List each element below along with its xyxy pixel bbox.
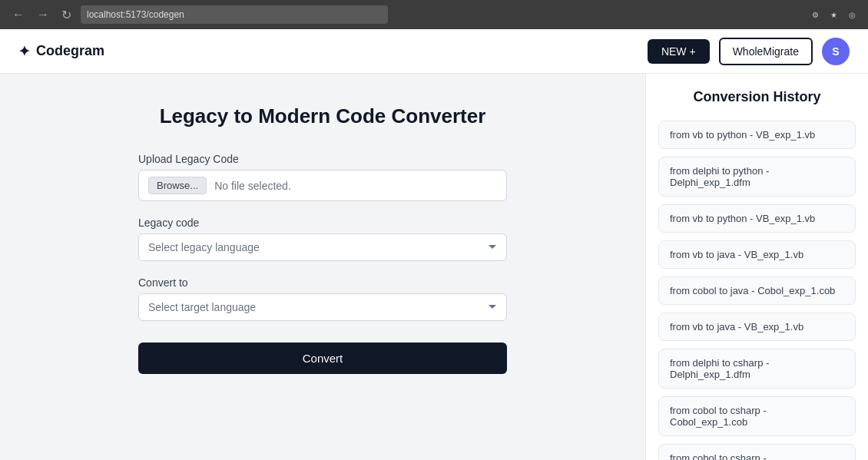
browser-forward-button[interactable]: → bbox=[34, 6, 52, 23]
history-item[interactable]: from vb to java - VB_exp_1.vb bbox=[658, 313, 856, 341]
browser-extension-icon-1: ⚙ bbox=[808, 8, 822, 22]
history-title: Conversion History bbox=[658, 89, 856, 105]
app-wrapper: ✦ Codegram NEW + WholeMigrate S Legacy t… bbox=[0, 29, 868, 460]
new-button[interactable]: NEW + bbox=[648, 39, 710, 64]
legacy-code-form-group: Legacy code Select legacy language VB (V… bbox=[138, 217, 507, 261]
history-list: from vb to python - VB_exp_1.vbfrom delp… bbox=[658, 121, 856, 460]
browser-address-text: localhost:5173/codegen bbox=[87, 9, 184, 20]
history-item[interactable]: from vb to python - VB_exp_1.vb bbox=[658, 121, 856, 149]
converter-title: Legacy to Modern Code Converter bbox=[138, 104, 507, 128]
browser-address-bar: localhost:5173/codegen bbox=[81, 5, 388, 24]
user-avatar[interactable]: S bbox=[822, 38, 850, 65]
navbar: ✦ Codegram NEW + WholeMigrate S bbox=[0, 29, 868, 74]
upload-form-group: Upload Legacy Code Browse... No file sel… bbox=[138, 153, 507, 201]
history-item[interactable]: from cobol to java - Cobol_exp_1.cob bbox=[658, 276, 856, 305]
brand-name: Codegram bbox=[36, 43, 104, 59]
history-item[interactable]: from delphi to csharp - Delphi_exp_1.dfm bbox=[658, 349, 856, 389]
history-item[interactable]: from delphi to python - Delphi_exp_1.dfm bbox=[658, 157, 856, 197]
converter-card: Legacy to Modern Code Converter Upload L… bbox=[138, 104, 507, 374]
browser-extension-icon-3: ◎ bbox=[845, 8, 859, 22]
browser-chrome: ← → ↻ localhost:5173/codegen ⚙ ★ ◎ bbox=[0, 0, 868, 29]
history-item[interactable]: from cobol to csharp - Cobol_exp_1.cob bbox=[658, 396, 856, 436]
file-placeholder-text: No file selected. bbox=[214, 180, 291, 192]
file-browse-button[interactable]: Browse... bbox=[148, 177, 207, 194]
file-input-wrapper[interactable]: Browse... No file selected. bbox=[138, 170, 507, 201]
convert-to-label: Convert to bbox=[138, 276, 507, 289]
browser-back-button[interactable]: ← bbox=[9, 6, 28, 23]
wholemigrate-button[interactable]: WholeMigrate bbox=[719, 38, 813, 65]
convert-to-form-group: Convert to Select target language Python… bbox=[138, 276, 507, 321]
browser-right-icons: ⚙ ★ ◎ bbox=[808, 8, 859, 22]
convert-button[interactable]: Convert bbox=[138, 343, 507, 374]
center-panel: Legacy to Modern Code Converter Upload L… bbox=[0, 74, 645, 460]
legacy-code-label: Legacy code bbox=[138, 217, 507, 229]
history-item[interactable]: from vb to python - VB_exp_1.vb bbox=[658, 204, 856, 233]
history-panel: Conversion History from vb to python - V… bbox=[645, 74, 868, 460]
history-item[interactable]: from cobol to csharp - Cobol_exp_1.cob bbox=[658, 444, 856, 460]
navbar-actions: NEW + WholeMigrate S bbox=[648, 38, 850, 65]
navbar-brand: ✦ Codegram bbox=[18, 43, 104, 60]
legacy-language-select[interactable]: Select legacy language VB (Visual Basic)… bbox=[138, 233, 507, 261]
browser-extension-icon-2: ★ bbox=[827, 8, 840, 22]
main-content: Legacy to Modern Code Converter Upload L… bbox=[0, 74, 868, 460]
target-language-select[interactable]: Select target language Python Java C# Ja… bbox=[138, 293, 507, 321]
browser-refresh-button[interactable]: ↻ bbox=[58, 6, 75, 24]
brand-icon: ✦ bbox=[18, 43, 30, 60]
history-item[interactable]: from vb to java - VB_exp_1.vb bbox=[658, 240, 856, 269]
upload-label: Upload Legacy Code bbox=[138, 153, 507, 165]
